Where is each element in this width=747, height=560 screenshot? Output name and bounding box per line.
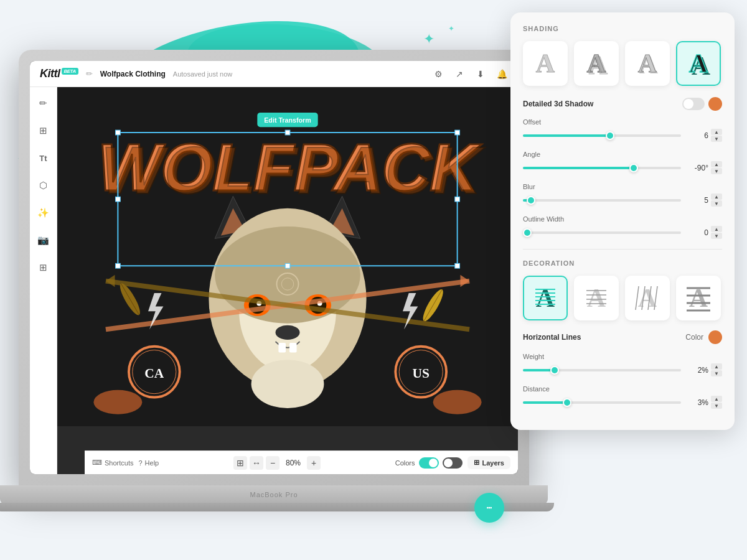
outline-row: Outline Width 0 ▲ ▼ (523, 215, 722, 239)
zoom-plus-button[interactable]: + (307, 456, 321, 470)
offset-step-down[interactable]: ▼ (711, 136, 722, 142)
notification-icon[interactable]: 🔔 (496, 68, 508, 80)
shading-option-3[interactable]: A A (625, 41, 670, 86)
outline-slider-thumb[interactable] (523, 228, 532, 237)
shortcuts-label: Shortcuts (105, 459, 133, 467)
shadow-color-dot[interactable] (708, 97, 722, 111)
svg-rect-24 (278, 343, 286, 353)
sidebar-grid-icon[interactable]: ⊞ (35, 259, 52, 276)
weight-stepper[interactable]: ▲ ▼ (711, 363, 722, 376)
share-icon[interactable]: ↗ (453, 68, 466, 80)
offset-step-up[interactable]: ▲ (711, 129, 722, 135)
distance-step-up[interactable]: ▲ (711, 396, 722, 402)
download-icon[interactable]: ⬇ (474, 68, 487, 80)
second-toggle-switch[interactable] (443, 457, 463, 469)
weight-step-down[interactable]: ▼ (711, 370, 722, 376)
shading-option-2[interactable]: A A (574, 41, 619, 86)
colors-toggle[interactable]: Colors (395, 457, 463, 469)
blur-step-up[interactable]: ▲ (711, 194, 722, 200)
outline-stepper[interactable]: ▲ ▼ (711, 226, 722, 239)
svg-text:A: A (536, 284, 555, 312)
svg-text:A: A (587, 284, 606, 312)
angle-slider-thumb[interactable] (629, 164, 638, 172)
hl-color-dot[interactable] (708, 330, 722, 344)
svg-rect-46 (115, 130, 120, 135)
blur-stepper[interactable]: ▲ ▼ (711, 194, 722, 207)
svg-rect-53 (455, 197, 460, 202)
angle-step-down[interactable]: ▼ (711, 168, 722, 174)
svg-text:A: A (589, 51, 608, 78)
settings-icon[interactable]: ⚙ (432, 68, 444, 80)
sidebar-layers-icon[interactable]: ⊞ (35, 122, 52, 139)
offset-value: 6 (686, 131, 708, 140)
sidebar-edit-icon[interactable]: ✏ (35, 95, 52, 112)
horizontal-lines-label: Horizontal Lines (523, 333, 685, 342)
decoration-option-4[interactable]: A (676, 276, 721, 320)
shading-option-1[interactable]: A (523, 41, 568, 86)
zoom-minus-button[interactable]: − (266, 456, 280, 470)
project-name[interactable]: Wolfpack Clothing (100, 70, 166, 78)
outline-slider-container: 0 ▲ ▼ (523, 226, 722, 239)
app-topbar: KittlBETA ✏ Wolfpack Clothing Autosaved … (30, 61, 518, 87)
sidebar-magic-icon[interactable]: ✨ (35, 204, 52, 222)
svg-text:A: A (638, 49, 657, 78)
bottom-right-controls: Colors ⊞ Layers (395, 456, 510, 469)
distance-step-down[interactable]: ▼ (711, 403, 722, 409)
offset-stepper[interactable]: ▲ ▼ (711, 129, 722, 142)
blur-slider-track[interactable] (523, 199, 681, 202)
blur-step-down[interactable]: ▼ (711, 200, 722, 207)
shading-section-title: SHADING (523, 25, 722, 32)
zoom-value: 80% (282, 459, 304, 467)
svg-text:Edit Transform: Edit Transform (264, 116, 311, 124)
outline-step-up[interactable]: ▲ (711, 226, 722, 232)
chat-bubble-button[interactable] (474, 493, 504, 523)
shading-options: A A A A A A A (523, 41, 722, 86)
shortcuts-button[interactable]: ⌨ Shortcuts (92, 459, 133, 467)
weight-label: Weight (523, 353, 722, 360)
zoom-fit-button[interactable]: ⊞ (233, 456, 247, 470)
sidebar-text-icon[interactable]: Tt (35, 149, 52, 167)
distance-row: Distance 3% ▲ ▼ (523, 385, 722, 409)
sidebar-shape-icon[interactable]: ⬡ (35, 177, 52, 194)
decoration-option-2[interactable]: A (574, 276, 619, 320)
offset-slider-track[interactable] (523, 134, 681, 137)
svg-text:A: A (536, 49, 555, 78)
pencil-icon: ✏ (86, 69, 93, 78)
shadow-toggle-row: Detailed 3d Shadow (523, 97, 722, 111)
outline-slider-track[interactable] (523, 231, 681, 234)
blur-row: Blur 5 ▲ ▼ (523, 183, 722, 207)
distance-slider-fill (523, 401, 567, 404)
svg-point-87 (489, 507, 491, 509)
distance-stepper[interactable]: ▲ ▼ (711, 396, 722, 409)
svg-text:A: A (689, 49, 708, 78)
decoration-option-3[interactable]: A (625, 276, 670, 320)
weight-slider-track[interactable] (523, 369, 681, 371)
layers-button[interactable]: ⊞ Layers (467, 456, 510, 469)
logo-text: Kittl (40, 67, 60, 80)
weight-slider-thumb[interactable] (550, 366, 559, 375)
distance-slider-thumb[interactable] (563, 398, 571, 407)
outline-step-down[interactable]: ▼ (711, 233, 722, 239)
angle-step-up[interactable]: ▲ (711, 161, 722, 167)
distance-slider-track[interactable] (523, 401, 681, 404)
colors-toggle-switch[interactable] (419, 457, 439, 469)
sidebar-photo-icon[interactable]: 📷 (35, 231, 52, 249)
offset-slider-thumb[interactable] (606, 131, 614, 140)
laptop-screen: KittlBETA ✏ Wolfpack Clothing Autosaved … (30, 61, 518, 474)
zoom-arrows-button[interactable]: ↔ (250, 456, 263, 470)
angle-slider-track[interactable] (523, 167, 681, 169)
blur-slider-container: 5 ▲ ▼ (523, 194, 722, 207)
blur-value: 5 (686, 196, 708, 205)
shadow-toggle-switch[interactable] (682, 98, 705, 110)
weight-slider-container: 2% ▲ ▼ (523, 363, 722, 376)
shading-option-4[interactable]: A A (676, 41, 721, 86)
help-button[interactable]: ? Help (138, 459, 159, 467)
decoration-option-1[interactable]: A (523, 276, 568, 320)
laptop-container: KittlBETA ✏ Wolfpack Clothing Autosaved … (19, 50, 554, 535)
svg-point-56 (93, 390, 142, 414)
weight-step-up[interactable]: ▲ (711, 363, 722, 370)
decoration-options: A A A (523, 276, 722, 320)
blur-slider-thumb[interactable] (527, 196, 535, 205)
angle-stepper[interactable]: ▲ ▼ (711, 161, 722, 174)
offset-slider-fill (523, 134, 610, 137)
